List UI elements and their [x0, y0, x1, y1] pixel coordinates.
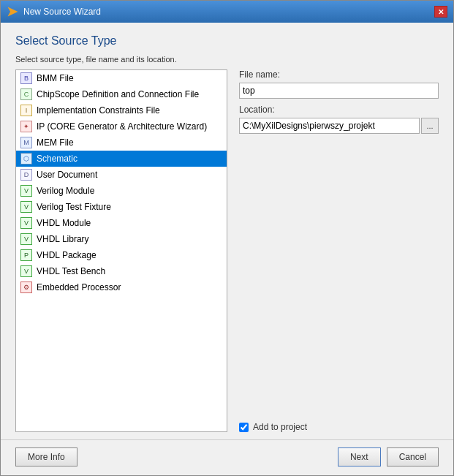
list-item-label: VHDL Module	[37, 218, 91, 228]
list-item[interactable]: ⬡Schematic	[16, 151, 227, 167]
list-item-icon: V	[20, 201, 32, 213]
list-item-label: Schematic	[37, 154, 77, 164]
list-item-label: VHDL Library	[37, 234, 89, 244]
list-item[interactable]: ⚙Embedded Processor	[16, 279, 227, 295]
list-item-icon: V	[20, 265, 32, 277]
list-item-label: ChipScope Definition and Connection File	[37, 89, 199, 99]
footer-left: More Info	[15, 447, 77, 466]
list-item[interactable]: VVHDL Module	[16, 215, 227, 231]
list-item[interactable]: DUser Document	[16, 167, 227, 183]
location-label: Location:	[239, 105, 439, 115]
list-item[interactable]: VVHDL Test Bench	[16, 263, 227, 279]
more-info-button[interactable]: More Info	[15, 447, 77, 466]
dialog-title: Select Source Type	[15, 34, 439, 48]
list-item-icon: P	[20, 249, 32, 261]
list-item-label: MEM File	[37, 137, 74, 148]
browse-button[interactable]: ...	[421, 118, 439, 134]
list-item[interactable]: VVHDL Library	[16, 231, 227, 247]
list-item-label: Embedded Processor	[37, 282, 121, 292]
list-item[interactable]: IImplementation Constraints File	[16, 102, 227, 118]
cancel-button[interactable]: Cancel	[387, 447, 439, 466]
list-item-label: Verilog Module	[37, 186, 94, 196]
right-panel: File name: Location: ... Add to project	[239, 69, 439, 432]
add-to-project-label: Add to project	[253, 422, 307, 432]
list-item-label: User Document	[37, 170, 97, 180]
add-to-project-row: Add to project	[239, 422, 439, 432]
title-bar: ➤ New Source Wizard ✕	[1, 1, 453, 23]
list-item-icon: B	[20, 72, 32, 84]
main-area: BBMM FileCChipScope Definition and Conne…	[15, 69, 439, 432]
location-group: Location: ...	[239, 105, 439, 134]
add-to-project-checkbox[interactable]	[239, 423, 249, 432]
location-row: ...	[239, 118, 439, 134]
footer-right: Next Cancel	[338, 447, 439, 466]
app-icon: ➤	[7, 4, 18, 20]
list-item-icon: ⚙	[20, 282, 32, 293]
xilinx-arrow-icon: ➤	[7, 4, 18, 20]
close-button[interactable]: ✕	[434, 6, 447, 18]
main-window: ➤ New Source Wizard ✕ Select Source Type…	[0, 0, 454, 476]
list-item[interactable]: VVerilog Module	[16, 183, 227, 199]
title-bar-left: ➤ New Source Wizard	[7, 4, 101, 20]
dialog-content: Select Source Type Select source type, f…	[1, 23, 453, 439]
list-item[interactable]: CChipScope Definition and Connection Fil…	[16, 86, 227, 102]
list-item-icon: M	[20, 137, 32, 148]
file-name-group: File name:	[239, 69, 439, 99]
source-type-list[interactable]: BBMM FileCChipScope Definition and Conne…	[15, 69, 227, 432]
list-item-label: VHDL Test Bench	[37, 266, 105, 276]
footer: More Info Next Cancel	[1, 439, 453, 475]
title-bar-buttons: ✕	[434, 6, 447, 18]
list-item-icon: V	[20, 185, 32, 197]
list-item-label: BMM File	[37, 73, 74, 83]
list-item[interactable]: MMEM File	[16, 135, 227, 151]
list-item-label: Implementation Constraints File	[37, 105, 160, 116]
list-item[interactable]: BBMM File	[16, 70, 227, 86]
list-item-icon: C	[20, 88, 32, 100]
list-item-icon: V	[20, 233, 32, 245]
list-item-label: VHDL Package	[37, 250, 97, 260]
dialog-subtitle: Select source type, file name and its lo…	[15, 55, 439, 64]
list-item-icon: V	[20, 217, 32, 229]
next-button[interactable]: Next	[338, 447, 381, 466]
list-item-label: IP (CORE Generator & Architecture Wizard…	[37, 121, 207, 132]
list-item[interactable]: VVerilog Test Fixture	[16, 199, 227, 215]
file-name-input[interactable]	[239, 83, 439, 99]
list-item-icon: I	[20, 105, 32, 116]
list-item-icon: ✦	[20, 121, 32, 132]
location-input[interactable]	[239, 118, 420, 134]
list-item-icon: ⬡	[20, 153, 32, 165]
file-name-label: File name:	[239, 69, 439, 80]
list-item[interactable]: PVHDL Package	[16, 247, 227, 263]
window-title: New Source Wizard	[23, 7, 101, 17]
list-item[interactable]: ✦IP (CORE Generator & Architecture Wizar…	[16, 118, 227, 135]
list-item-icon: D	[20, 169, 32, 181]
list-item-label: Verilog Test Fixture	[37, 202, 111, 212]
